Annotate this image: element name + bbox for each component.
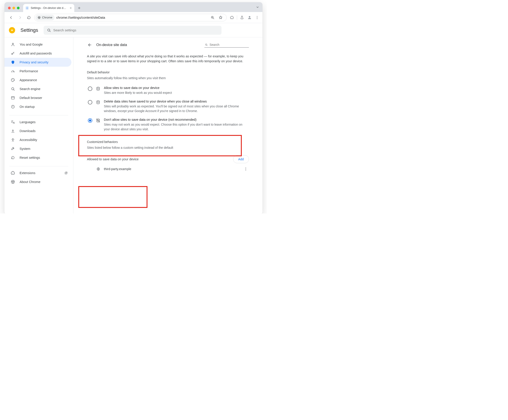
ext-icon bbox=[11, 171, 15, 175]
option-sublabel: Sites will probably work as expected. Yo… bbox=[104, 104, 249, 113]
shield-icon bbox=[11, 60, 15, 65]
window-zoom-button[interactable] bbox=[17, 7, 20, 9]
settings-search[interactable] bbox=[44, 26, 222, 35]
zoom-icon[interactable] bbox=[209, 14, 216, 21]
sidebar-item-autofill-and-passwords[interactable]: Autofill and passwords bbox=[4, 49, 71, 58]
globe-icon bbox=[96, 167, 100, 171]
tab-strip: Settings - On-device site dat… bbox=[4, 2, 262, 12]
about-icon bbox=[11, 180, 15, 184]
bookmark-star-button[interactable] bbox=[217, 14, 224, 21]
sidebar-item-label: Languages bbox=[20, 120, 36, 124]
address-bar[interactable]: Chrome chrome://settings/content/siteDat… bbox=[34, 14, 227, 21]
open-external-icon bbox=[64, 171, 68, 175]
settings-search-input[interactable] bbox=[53, 28, 218, 32]
database-off-icon bbox=[96, 118, 100, 123]
allowed-site-row[interactable]: third-party.example bbox=[87, 163, 249, 173]
app-header: Settings bbox=[4, 23, 262, 37]
close-tab-button[interactable] bbox=[68, 7, 72, 9]
settings-sidebar: You and Google Autofill and passwords Pr… bbox=[4, 37, 73, 214]
labs-button[interactable] bbox=[239, 14, 246, 21]
sidebar-item-label: Search engine bbox=[20, 87, 40, 91]
window-close-button[interactable] bbox=[8, 7, 11, 9]
window-minimize-button[interactable] bbox=[12, 7, 15, 9]
sidebar-item-label: Reset settings bbox=[20, 156, 40, 159]
option-sublabel: Sites are more likely to work as you wou… bbox=[104, 90, 249, 95]
site-data-option-2[interactable]: Don't allow sites to save data on your d… bbox=[87, 116, 249, 134]
page-back-button[interactable] bbox=[87, 42, 92, 48]
sidebar-item-label: You and Google bbox=[20, 43, 43, 46]
default-behavior-subtitle: Sites automatically follow this setting … bbox=[87, 76, 249, 80]
dl-icon bbox=[11, 129, 15, 133]
nav-forward-button[interactable] bbox=[16, 14, 23, 21]
browser-tab[interactable]: Settings - On-device site dat… bbox=[23, 4, 74, 12]
add-site-button[interactable]: Add bbox=[233, 155, 249, 163]
sidebar-item-you-and-google[interactable]: You and Google bbox=[4, 40, 71, 49]
sidebar-item-label: Accessibility bbox=[20, 138, 37, 142]
sidebar-item-privacy-and-security[interactable]: Privacy and security bbox=[4, 58, 71, 67]
access-icon bbox=[11, 138, 15, 142]
sidebar-item-appearance[interactable]: Appearance bbox=[4, 76, 71, 84]
radio-button[interactable] bbox=[88, 87, 92, 91]
page-search[interactable] bbox=[204, 43, 249, 48]
sidebar-item-languages[interactable]: Languages bbox=[4, 118, 71, 126]
database-icon bbox=[96, 100, 100, 104]
person-icon bbox=[11, 42, 15, 47]
site-chip-label: Chrome bbox=[42, 16, 52, 19]
option-sublabel: Sites may not work as you would expect. … bbox=[104, 122, 249, 132]
settings-content: On-device site data A site you visit can… bbox=[73, 37, 262, 214]
gear-icon bbox=[25, 6, 29, 10]
extensions-button[interactable] bbox=[228, 14, 236, 21]
sidebar-item-label: Downloads bbox=[20, 129, 36, 133]
search-icon bbox=[47, 28, 51, 32]
nav-reload-button[interactable] bbox=[25, 14, 32, 21]
sidebar-divider bbox=[9, 166, 68, 166]
window-icon bbox=[11, 96, 15, 100]
search-icon bbox=[11, 87, 15, 91]
sidebar-divider bbox=[9, 115, 68, 115]
sidebar-item-label: Appearance bbox=[20, 78, 37, 82]
app-title: Settings bbox=[21, 27, 38, 33]
settings-app: Settings You and Google Autofill and pas… bbox=[4, 23, 262, 214]
sidebar-item-label: Default browser bbox=[20, 96, 42, 100]
sidebar-item-default-browser[interactable]: Default browser bbox=[4, 93, 71, 102]
toolbar-divider bbox=[237, 15, 237, 20]
sidebar-item-system[interactable]: System bbox=[4, 144, 71, 153]
sidebar-item-downloads[interactable]: Downloads bbox=[4, 126, 71, 135]
sidebar-item-search-engine[interactable]: Search engine bbox=[4, 84, 71, 93]
site-chip[interactable]: Chrome bbox=[35, 15, 54, 21]
chrome-icon bbox=[37, 16, 41, 19]
tabs-dropdown-button[interactable] bbox=[255, 4, 260, 10]
sidebar-item-label: Privacy and security bbox=[20, 60, 48, 64]
window-controls bbox=[6, 7, 21, 12]
profile-avatar[interactable] bbox=[246, 14, 253, 21]
new-tab-button[interactable] bbox=[76, 5, 82, 11]
default-behavior-title: Default behavior bbox=[87, 70, 249, 74]
wrench-icon bbox=[11, 147, 15, 151]
option-label: Delete data sites have saved to your dev… bbox=[104, 100, 249, 103]
allowed-section-header: Allowed to save data on your device Add bbox=[87, 155, 249, 163]
sidebar-item-about-chrome[interactable]: About Chrome bbox=[4, 177, 71, 186]
sidebar-item-on-startup[interactable]: On startup bbox=[4, 102, 71, 111]
sidebar-item-label: On startup bbox=[20, 105, 35, 109]
sidebar-item-label: Performance bbox=[20, 69, 38, 73]
allowed-site-name: third-party.example bbox=[104, 167, 131, 171]
reset-icon bbox=[11, 155, 15, 160]
sidebar-item-accessibility[interactable]: Accessibility bbox=[4, 135, 71, 144]
page-search-input[interactable] bbox=[209, 43, 248, 46]
sidebar-item-extensions[interactable]: Extensions bbox=[4, 169, 71, 177]
nav-back-button[interactable] bbox=[7, 14, 15, 21]
allowed-title: Allowed to save data on your device bbox=[87, 157, 139, 161]
browser-toolbar: Chrome chrome://settings/content/siteDat… bbox=[4, 12, 262, 23]
tab-title: Settings - On-device site dat… bbox=[31, 7, 66, 10]
search-icon bbox=[205, 43, 208, 46]
site-data-option-1[interactable]: Delete data sites have saved to your dev… bbox=[87, 97, 249, 116]
site-data-option-0[interactable]: Allow sites to save data on your device … bbox=[87, 84, 249, 97]
radio-button[interactable] bbox=[88, 118, 92, 123]
customized-behaviors-subtitle: Sites listed below follow a custom setti… bbox=[87, 146, 249, 149]
sidebar-item-reset-settings[interactable]: Reset settings bbox=[4, 153, 71, 162]
radio-button[interactable] bbox=[88, 100, 92, 104]
sidebar-item-performance[interactable]: Performance bbox=[4, 67, 71, 76]
browser-menu-button[interactable] bbox=[254, 14, 261, 21]
chrome-logo-icon bbox=[9, 27, 15, 33]
site-more-button[interactable] bbox=[243, 166, 248, 172]
